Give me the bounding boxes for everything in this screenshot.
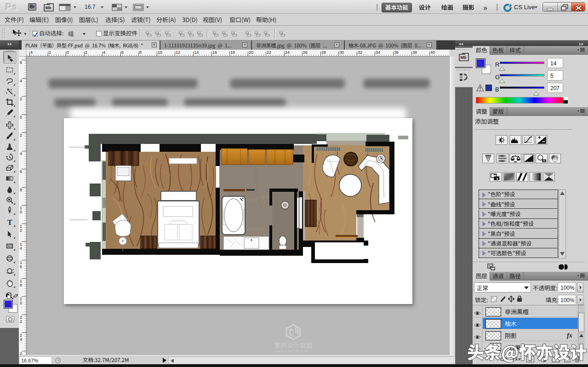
svg-text:T: T — [7, 218, 12, 226]
svg-text:Mb: Mb — [461, 55, 467, 60]
svg-text:Mb: Mb — [46, 6, 51, 10]
